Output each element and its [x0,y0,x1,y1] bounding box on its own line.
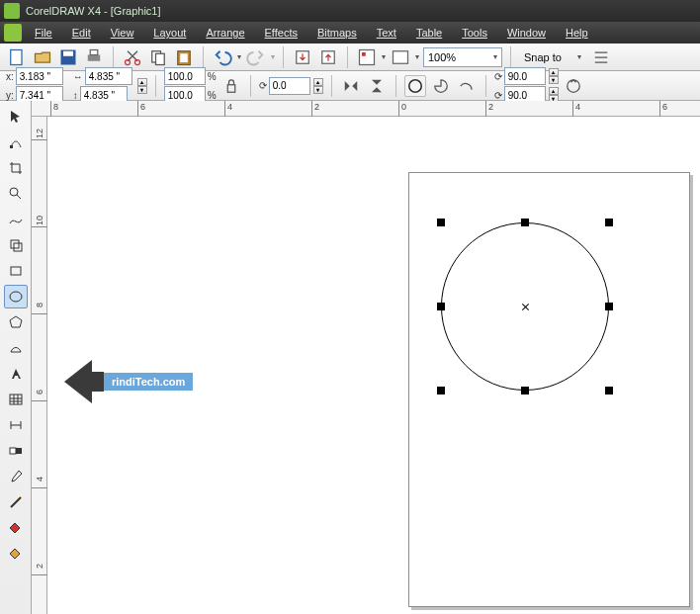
width-input[interactable] [85,67,132,85]
rectangle-tool[interactable] [4,259,28,283]
angle1-spinner[interactable]: ▴▾ [549,68,559,84]
x-label: x: [6,71,14,82]
menu-edit[interactable]: Edit [63,25,100,41]
svg-rect-16 [227,84,235,92]
ruler-vertical[interactable]: 121086420 [32,117,47,614]
app-button[interactable] [4,24,22,42]
selection-handle[interactable] [437,219,445,226]
lock-ratio-button[interactable] [220,75,242,97]
swap-direction-button[interactable] [563,75,584,97]
redo-button[interactable] [245,46,267,68]
welcome-button[interactable] [390,46,411,68]
rotation-input[interactable] [269,77,310,95]
menu-window[interactable]: Window [498,25,555,41]
menu-view[interactable]: View [102,25,143,41]
property-bar: x: y: ↔ ↕ ▴▾ % % ⟳ ▴▾ ⟳▴▾ ⟳▴▾ [0,71,700,101]
smart-fill-tool[interactable] [4,233,28,257]
interactive-tool[interactable] [4,439,28,463]
arc-mode-button[interactable] [456,75,478,97]
selection-handle[interactable] [521,219,529,226]
selection-handle[interactable] [437,387,445,395]
ellipse-mode-button[interactable] [404,75,426,97]
eyedropper-tool[interactable] [4,465,28,488]
mirror-v-button[interactable] [366,75,388,97]
selection-handle[interactable] [437,303,445,310]
redo-dropdown[interactable]: ▾ [271,52,275,61]
separator [203,46,204,68]
text-tool[interactable] [4,362,28,386]
selection-handle[interactable] [605,219,613,226]
zoom-tool[interactable] [4,182,28,206]
size-group: ↔ ↕ [73,67,132,104]
mirror-h-button[interactable] [340,75,362,97]
polygon-tool[interactable] [4,310,28,334]
shape-tool[interactable] [4,131,28,154]
toolbox [0,101,32,614]
zoom-select[interactable]: 100% ▾ [423,47,502,67]
arrow-icon [64,360,92,403]
svg-rect-25 [10,395,22,404]
chevron-down-icon: ▾ [577,52,581,61]
cut-button[interactable] [122,46,143,68]
page [408,172,690,607]
selection-handle[interactable] [605,303,613,310]
ellipse-tool[interactable] [4,285,28,308]
pct-label: % [208,71,217,82]
paste-button[interactable] [173,46,195,68]
options-button[interactable] [590,46,612,68]
import-button[interactable] [292,46,313,68]
save-button[interactable] [57,46,79,68]
interactive-fill-tool[interactable] [4,542,28,566]
separator [395,75,396,97]
menu-help[interactable]: Help [557,25,597,41]
x-input[interactable] [16,67,63,85]
export-button[interactable] [317,46,339,68]
snap-to-select[interactable]: Snap to ▾ [519,47,586,67]
pct-label: % [208,90,217,101]
svg-rect-19 [10,145,13,148]
selection-handle[interactable] [521,387,529,395]
svg-point-20 [10,188,18,196]
launcher-dropdown[interactable]: ▾ [382,52,386,61]
pie-mode-button[interactable] [430,75,452,97]
rotation-spinner[interactable]: ▴▾ [313,78,323,94]
separator [113,46,114,68]
svg-rect-8 [156,53,165,64]
menu-bitmaps[interactable]: Bitmaps [308,25,366,41]
freehand-tool[interactable] [4,208,28,231]
crop-tool[interactable] [4,156,28,180]
ruler-horizontal[interactable]: 864202468 [32,101,700,117]
pick-tool[interactable] [4,105,28,129]
center-marker[interactable] [521,303,530,311]
chevron-down-icon: ▾ [493,52,497,61]
y-label: y: [6,90,14,101]
table-tool[interactable] [4,388,28,411]
angle1-icon: ⟳ [494,71,502,82]
menu-text[interactable]: Text [368,25,405,41]
new-button[interactable] [6,46,28,68]
angle1-input[interactable] [504,67,546,85]
undo-dropdown[interactable]: ▾ [237,52,241,61]
size-spinner[interactable]: ▴▾ [137,78,147,94]
outline-tool[interactable] [4,490,28,514]
undo-button[interactable] [212,46,233,68]
copy-button[interactable] [147,46,169,68]
workarea: 864202468 121086420 rindiTech.com [0,101,700,614]
scale-x-input[interactable] [164,67,206,85]
separator [331,75,332,97]
fill-tool[interactable] [4,516,28,540]
welcome-dropdown[interactable]: ▾ [415,52,419,61]
open-button[interactable] [32,46,53,68]
menu-layout[interactable]: Layout [144,25,195,41]
menu-arrange[interactable]: Arrange [197,25,253,41]
menu-table[interactable]: Table [407,25,451,41]
app-launcher-button[interactable] [356,46,378,68]
menu-effects[interactable]: Effects [256,25,306,41]
print-button[interactable] [83,46,105,68]
selection-handle[interactable] [605,387,613,395]
svg-rect-3 [88,54,101,60]
basic-shapes-tool[interactable] [4,336,28,360]
menu-tools[interactable]: Tools [453,25,496,41]
dimension-tool[interactable] [4,413,28,437]
menu-file[interactable]: File [26,25,61,41]
